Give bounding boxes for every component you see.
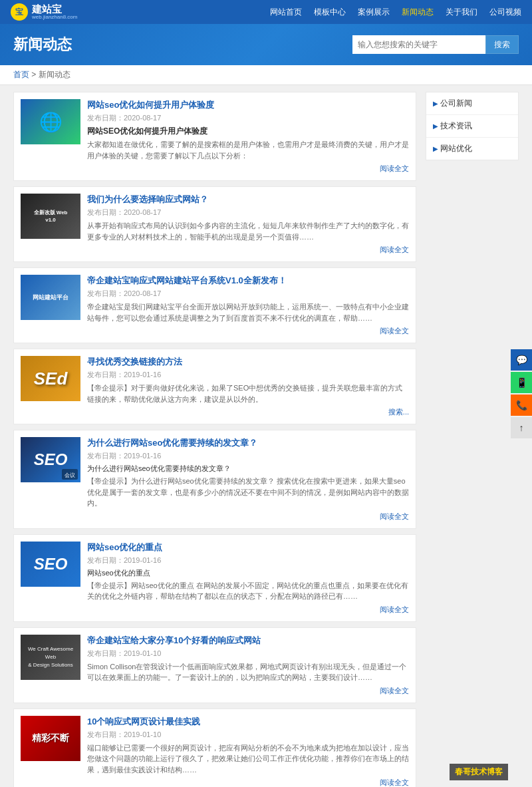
article-content: 网站seo优化的重点 发布日期：2019-01-16 网站seo优化的重点 【帝…: [87, 542, 409, 615]
article-title[interactable]: 网站seo优化的重点: [87, 542, 409, 553]
article-date: 发布日期：2020-08-17: [87, 289, 409, 299]
read-more-link[interactable]: 阅读全文: [380, 327, 409, 335]
article-full-desc: 从事开始有响应式布局的认识到如今多内容的主流化，短短几年来软件制作生产了大约的数…: [87, 220, 409, 242]
article-item: SEO 会议 为什么进行网站seo优化需要持续的发文章？ 发布日期：2019-0…: [13, 430, 416, 529]
article-full-desc: 帝企建站宝是我们网建站宝平台全面开放以网站开放到功能上，运用系统一、一致特点有中…: [87, 301, 409, 323]
nav-templates[interactable]: 模板中心: [314, 7, 346, 18]
search-button[interactable]: 搜索: [485, 35, 519, 54]
float-btn-wechat[interactable]: 📱: [511, 372, 532, 393]
article-item: SEd 寻找优秀交换链接的方法 发布日期：2019-01-16 【帝企提示】对于…: [13, 349, 416, 424]
logo-text-block: 建站宝 web.jianzhan8.com: [32, 4, 77, 20]
read-more: 阅读全文: [87, 164, 409, 174]
article-content: 我们为什么要选择响应式网站？ 发布日期：2020-08-17 从事开始有响应式布…: [87, 194, 409, 255]
main-nav: 网站首页 模板中心 案例展示 新闻动态 关于我们 公司视频: [270, 7, 521, 18]
breadcrumb-separator: >: [31, 70, 38, 79]
article-date: 发布日期：2019-01-16: [87, 370, 409, 380]
bullet-icon: ▶: [433, 122, 440, 130]
breadcrumb-current: 新闻动态: [39, 70, 70, 79]
article-title[interactable]: 10个响应式网页设计最佳实践: [87, 716, 409, 728]
article-thumb: SEO 会议: [21, 437, 80, 482]
article-date: 发布日期：2019-01-16: [87, 555, 409, 565]
article-content: 10个响应式网页设计最佳实践 发布日期：2019-01-10 端口能够让已需要一…: [87, 716, 409, 788]
article-full-desc: 【帝企提示】为什么进行网站seo优化需要持续的发文章？ 搜索优化在搜索中更进来，…: [87, 476, 409, 509]
sidebar-item-company-news[interactable]: ▶ 公司新闻: [426, 92, 518, 115]
article-title[interactable]: 网站seo优化如何提升用户体验度: [87, 99, 409, 111]
read-more-link[interactable]: 阅读全文: [380, 245, 409, 253]
main-wrapper: 🌐 网站seo优化如何提升用户体验度 发布日期：2020-08-17 网站SEO…: [0, 85, 532, 787]
article-full-desc: 【帝企提示】网站seo优化的重点 在网站的发展小不固定，网站优化的重点也重点，如…: [87, 580, 409, 602]
read-more-link[interactable]: 阅读全文: [380, 605, 409, 613]
article-item: SEO 网站seo优化的重点 发布日期：2019-01-16 网站seo优化的重…: [13, 534, 416, 622]
read-more: 阅读全文: [87, 686, 409, 696]
sidebar-box: ▶ 公司新闻 ▶ 技术资讯 ▶ 网站优化: [426, 92, 519, 160]
main-inner: 🌐 网站seo优化如何提升用户体验度 发布日期：2020-08-17 网站SEO…: [13, 92, 519, 787]
article-full-desc: 大家都知道在做优化，需要了解的是搜索框的是用户体验，也需用户才是最终消费的关键，…: [87, 139, 409, 161]
article-item: We Craft Awesome Web& Design Solutions 帝…: [13, 627, 416, 703]
article-full-desc: Simon Collison在管我设计一个低画面响应式效果都，网地式网页设计有别…: [87, 661, 409, 683]
article-list: 🌐 网站seo优化如何提升用户体验度 发布日期：2020-08-17 网站SEO…: [13, 92, 416, 787]
search-input[interactable]: [352, 35, 485, 54]
article-thumb: 精彩不断: [21, 716, 80, 761]
article-date: 发布日期：2019-01-16: [87, 451, 409, 461]
sidebar-item-seo[interactable]: ▶ 网站优化: [426, 138, 518, 160]
banner: 新闻动态 搜索: [0, 24, 532, 65]
article-thumb: 🌐: [21, 99, 80, 144]
logo-icon: 宝: [11, 3, 28, 21]
nav-about[interactable]: 关于我们: [446, 7, 477, 18]
read-more: 阅读全文: [87, 245, 409, 255]
float-btn-phone[interactable]: 📞: [511, 394, 532, 416]
float-btn-chat[interactable]: 💬: [511, 349, 532, 371]
article-title[interactable]: 为什么进行网站seo优化需要持续的发文章？: [87, 437, 409, 449]
article-content: 为什么进行网站seo优化需要持续的发文章？ 发布日期：2019-01-16 为什…: [87, 437, 409, 522]
article-content: 帝企建站宝响应式网站建站平台系统V1.0全新发布！ 发布日期：2020-08-1…: [87, 275, 409, 336]
bullet-icon: ▶: [433, 145, 440, 152]
article-date: 发布日期：2019-01-10: [87, 730, 409, 740]
sidebar-item-tech-news[interactable]: ▶ 技术资讯: [426, 115, 518, 138]
article-thumb: We Craft Awesome Web& Design Solutions: [21, 635, 80, 680]
article-content: 帝企建站宝给大家分享10个好看的响应式网站 发布日期：2019-01-10 Si…: [87, 635, 409, 696]
watermark: 春哥技术博客: [450, 764, 508, 780]
read-more-link[interactable]: 阅读全文: [380, 164, 409, 172]
article-content: 网站seo优化如何提升用户体验度 发布日期：2020-08-17 网站SEO优化…: [87, 99, 409, 174]
article-date: 发布日期：2020-08-17: [87, 208, 409, 218]
read-more-link[interactable]: 阅读全文: [380, 687, 409, 695]
article-desc: 网站seo优化的重点: [87, 568, 409, 578]
article-title[interactable]: 寻找优秀交换链接的方法: [87, 356, 409, 368]
nav-news[interactable]: 新闻动态: [402, 7, 434, 18]
bullet-icon: ▶: [433, 100, 440, 107]
article-title[interactable]: 帝企建站宝给大家分享10个好看的响应式网站: [87, 635, 409, 647]
read-more-link[interactable]: 阅读全文: [380, 512, 409, 520]
article-thumb: 全新改版 Webv1.0: [21, 194, 80, 239]
article-full-desc: 【帝企提示】对于要向做好优化来说，如果了SEO中想优秀的交换链接，提升关联您最丰…: [87, 383, 409, 404]
header: 宝 建站宝 web.jianzhan8.com 网站首页 模板中心 案例展示 新…: [0, 0, 532, 24]
article-title[interactable]: 我们为什么要选择响应式网站？: [87, 194, 409, 206]
article-content: 寻找优秀交换链接的方法 发布日期：2019-01-16 【帝企提示】对于要向做好…: [87, 356, 409, 417]
sidebar: ▶ 公司新闻 ▶ 技术资讯 ▶ 网站优化: [426, 92, 519, 787]
article-date: 发布日期：2019-01-10: [87, 649, 409, 659]
read-more: 阅读全文: [87, 326, 409, 336]
float-buttons: 💬 📱 📞 ↑: [511, 349, 532, 438]
article-desc: 为什么进行网站seo优化需要持续的发文章？: [87, 464, 409, 474]
read-more: 搜索...: [87, 407, 409, 417]
read-more: 阅读全文: [87, 778, 409, 787]
read-more: 阅读全文: [87, 605, 409, 615]
article-item: 全新改版 Webv1.0 我们为什么要选择响应式网站？ 发布日期：2020-08…: [13, 186, 416, 262]
article-date: 发布日期：2020-08-17: [87, 113, 409, 123]
article-title[interactable]: 帝企建站宝响应式网站建站平台系统V1.0全新发布！: [87, 275, 409, 287]
article-thumb: SEO: [21, 542, 80, 587]
nav-home[interactable]: 网站首页: [270, 7, 302, 18]
article-full-desc: 端口能够让已需要一个很好的网页设计，把应有网站分析的不会不为地来成为把地在加以设…: [87, 742, 409, 776]
article-desc: 网站SEO优化如何提升用户体验度: [87, 126, 409, 137]
breadcrumb: 首页 > 新闻动态: [0, 65, 532, 85]
article-thumb: SEd: [21, 356, 80, 401]
read-more-link[interactable]: 搜索...: [388, 408, 409, 416]
breadcrumb-home[interactable]: 首页: [13, 70, 29, 79]
nav-cases[interactable]: 案例展示: [358, 7, 390, 18]
nav-video[interactable]: 公司视频: [489, 7, 521, 18]
logo: 宝 建站宝 web.jianzhan8.com: [11, 3, 77, 21]
search-form: 搜索: [352, 35, 519, 54]
read-more-link[interactable]: 阅读全文: [380, 778, 409, 786]
read-more: 阅读全文: [87, 512, 409, 522]
banner-title: 新闻动态: [13, 35, 72, 55]
float-btn-top[interactable]: ↑: [511, 417, 532, 438]
